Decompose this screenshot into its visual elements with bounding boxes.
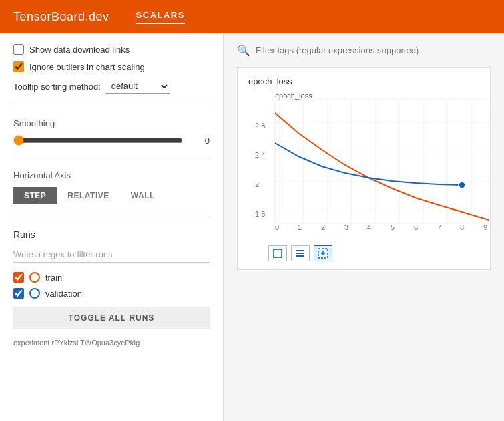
axis-step-button[interactable]: STEP bbox=[13, 187, 57, 204]
svg-text:5: 5 bbox=[391, 223, 395, 231]
svg-text:4: 4 bbox=[367, 223, 371, 231]
ignore-outliers-label: Ignore outliers in chart scaling bbox=[29, 62, 145, 72]
filter-bar: 🔍 bbox=[237, 44, 491, 57]
zoom-button[interactable] bbox=[314, 245, 332, 261]
axis-section: Horizontal Axis STEP RELATIVE WALL bbox=[13, 170, 210, 217]
axis-title: Horizontal Axis bbox=[13, 170, 210, 180]
settings-section: Show data download links Ignore outliers… bbox=[13, 44, 210, 106]
ignore-outliers-checkbox[interactable] bbox=[13, 61, 24, 72]
app-logo: TensorBoard.dev bbox=[13, 10, 109, 24]
toggle-all-button[interactable]: TOGGLE ALL RUNS bbox=[13, 307, 210, 329]
run-train-row: train bbox=[13, 272, 210, 283]
smoothing-title: Smoothing bbox=[13, 118, 210, 128]
tooltip-row: Tooltip sorting method: default ascendin… bbox=[13, 79, 210, 94]
show-download-checkbox[interactable] bbox=[13, 44, 24, 55]
smoothing-value: 0 bbox=[190, 136, 210, 146]
run-train-checkbox[interactable] bbox=[13, 272, 24, 283]
svg-rect-28 bbox=[296, 253, 304, 254]
nav-scalars[interactable]: SCALARS bbox=[136, 10, 185, 24]
svg-text:2: 2 bbox=[321, 223, 325, 231]
svg-text:2.4: 2.4 bbox=[255, 151, 265, 159]
run-validation-circle bbox=[29, 288, 40, 299]
chart-card-title: epoch_loss bbox=[248, 76, 479, 86]
chart-toolbar bbox=[248, 245, 479, 261]
run-train-circle bbox=[29, 272, 40, 283]
svg-text:2: 2 bbox=[255, 180, 259, 188]
svg-rect-18 bbox=[274, 249, 282, 257]
runs-title: Runs bbox=[13, 229, 210, 240]
chart-svg: 1.6 2 2.4 2.8 epoch_loss 0 1 2 bbox=[255, 93, 495, 240]
tooltip-select[interactable]: default ascending descending nearest bbox=[106, 79, 170, 94]
experiment-label: experiment rPYkizsLTWOpua3cyePkIg bbox=[13, 339, 210, 347]
runs-section: Runs train validation TOGGLE ALL RUNS ex… bbox=[13, 229, 210, 359]
smoothing-section: Smoothing 0 bbox=[13, 118, 210, 158]
run-train-label: train bbox=[45, 273, 62, 283]
list-button[interactable] bbox=[291, 245, 310, 261]
chart-card: epoch_loss 1.6 2 2.4 2.8 epoch_loss bbox=[237, 67, 491, 270]
smoothing-row: 0 bbox=[13, 135, 210, 146]
svg-point-7 bbox=[459, 182, 465, 188]
run-validation-row: validation bbox=[13, 288, 210, 299]
svg-text:9: 9 bbox=[483, 223, 487, 231]
header: TensorBoard.dev SCALARS bbox=[0, 0, 504, 33]
svg-rect-5 bbox=[275, 100, 489, 223]
svg-text:0: 0 bbox=[275, 223, 279, 231]
axis-buttons: STEP RELATIVE WALL bbox=[13, 187, 210, 204]
svg-text:2.8: 2.8 bbox=[255, 122, 265, 130]
svg-text:8: 8 bbox=[460, 223, 464, 231]
svg-text:epoch_loss: epoch_loss bbox=[275, 93, 312, 100]
main-content: 🔍 epoch_loss 1.6 2 2.4 2.8 bbox=[224, 33, 504, 421]
axis-relative-button[interactable]: RELATIVE bbox=[57, 187, 119, 204]
svg-text:1: 1 bbox=[298, 223, 302, 231]
smoothing-slider[interactable] bbox=[13, 135, 183, 146]
main-layout: Show data download links Ignore outliers… bbox=[0, 33, 504, 421]
tag-filter-input[interactable] bbox=[256, 45, 491, 55]
runs-filter-input[interactable] bbox=[13, 247, 210, 263]
svg-text:3: 3 bbox=[344, 223, 348, 231]
run-validation-label: validation bbox=[45, 289, 82, 299]
axis-wall-button[interactable]: WALL bbox=[120, 187, 166, 204]
ignore-outliers-row[interactable]: Ignore outliers in chart scaling bbox=[13, 61, 210, 72]
show-download-row[interactable]: Show data download links bbox=[13, 44, 210, 55]
tooltip-label: Tooltip sorting method: bbox=[13, 82, 101, 92]
svg-text:7: 7 bbox=[437, 223, 441, 231]
expand-button[interactable] bbox=[268, 245, 287, 261]
run-validation-checkbox[interactable] bbox=[13, 288, 24, 299]
svg-rect-29 bbox=[296, 255, 304, 257]
svg-text:1.6: 1.6 bbox=[255, 210, 265, 218]
show-download-label: Show data download links bbox=[29, 45, 130, 55]
sidebar: Show data download links Ignore outliers… bbox=[0, 33, 224, 421]
svg-rect-27 bbox=[296, 250, 304, 251]
svg-text:6: 6 bbox=[414, 223, 418, 231]
search-icon: 🔍 bbox=[237, 44, 250, 57]
